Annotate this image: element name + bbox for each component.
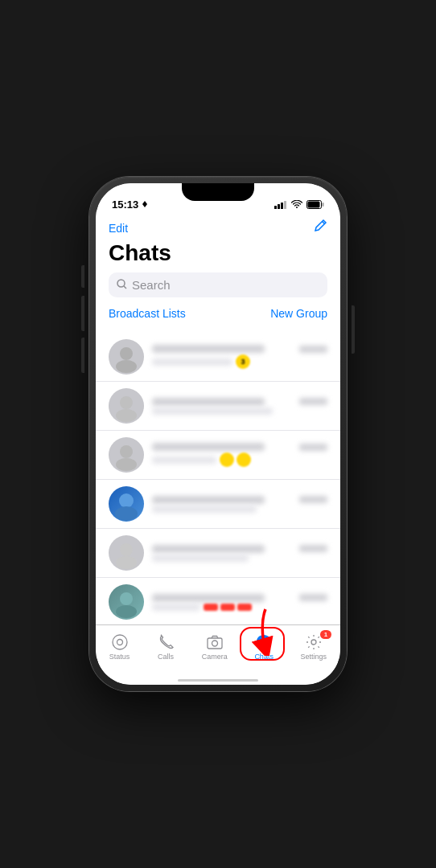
chat-item[interactable] xyxy=(96,382,340,431)
tab-camera-label: Camera xyxy=(202,653,228,661)
new-group-link[interactable]: New Group xyxy=(270,307,327,320)
svg-rect-6 xyxy=(308,201,320,207)
svg-point-25 xyxy=(117,640,122,645)
svg-point-7 xyxy=(117,280,125,287)
avatar xyxy=(109,437,144,473)
tab-settings-label: Settings xyxy=(301,653,327,661)
unread-badge xyxy=(237,452,251,467)
svg-rect-26 xyxy=(208,638,222,649)
svg-point-13 xyxy=(116,458,137,471)
status-time: 15:13 xyxy=(112,199,149,211)
tab-camera[interactable]: Camera xyxy=(194,630,236,664)
settings-badge: 1 xyxy=(320,630,331,639)
svg-point-28 xyxy=(311,640,316,645)
chat-item[interactable] xyxy=(96,431,340,480)
search-icon xyxy=(117,279,127,292)
avatar xyxy=(109,535,144,571)
phone-frame: 15:13 xyxy=(89,177,347,691)
svg-rect-1 xyxy=(278,204,280,209)
search-placeholder: Search xyxy=(132,278,171,292)
svg-point-27 xyxy=(212,641,217,646)
chat-content xyxy=(152,545,327,562)
chat-item[interactable]: 3 xyxy=(96,333,340,382)
page-title: Chats xyxy=(109,240,327,266)
chat-item[interactable] xyxy=(96,578,340,624)
search-bar[interactable]: Search xyxy=(109,272,327,297)
svg-point-24 xyxy=(113,635,127,649)
chat-content xyxy=(152,496,327,513)
compose-button[interactable] xyxy=(313,219,327,237)
avatar xyxy=(109,486,144,522)
svg-point-9 xyxy=(116,360,137,373)
svg-point-11 xyxy=(116,409,137,422)
svg-point-16 xyxy=(120,543,133,556)
chat-content xyxy=(152,594,327,611)
chat-list: 3 xyxy=(96,333,340,624)
tab-status[interactable]: Status xyxy=(101,630,138,664)
action-row: Broadcast Lists New Group xyxy=(109,304,327,326)
svg-point-14 xyxy=(119,493,134,508)
home-bar xyxy=(96,680,340,685)
svg-point-17 xyxy=(116,556,137,569)
svg-rect-0 xyxy=(274,206,277,209)
svg-rect-2 xyxy=(281,203,283,209)
chat-content: 3 xyxy=(152,345,327,369)
annotation-arrow xyxy=(245,608,286,656)
chat-item[interactable] xyxy=(96,529,340,578)
notch xyxy=(182,183,254,201)
header: Edit Chats xyxy=(96,219,340,333)
svg-point-8 xyxy=(120,347,133,360)
tab-calls[interactable]: Calls xyxy=(149,630,183,664)
svg-rect-3 xyxy=(284,201,286,209)
screen: 15:13 xyxy=(96,183,340,685)
status-icons xyxy=(274,200,324,209)
edit-button[interactable]: Edit xyxy=(109,222,128,235)
chat-content xyxy=(152,443,327,467)
svg-point-18 xyxy=(120,592,133,605)
tab-bar: Status Calls Camera xyxy=(96,624,340,680)
unread-badge xyxy=(220,452,234,467)
avatar xyxy=(109,388,144,424)
svg-point-19 xyxy=(116,605,137,618)
svg-point-15 xyxy=(115,506,138,521)
svg-point-10 xyxy=(120,396,133,409)
unread-badge: 3 xyxy=(236,354,250,369)
broadcast-lists-link[interactable]: Broadcast Lists xyxy=(109,307,186,320)
svg-point-12 xyxy=(120,445,133,458)
avatar xyxy=(109,339,144,375)
tab-calls-label: Calls xyxy=(158,653,174,661)
tab-settings[interactable]: Settings 1 xyxy=(293,630,335,664)
svg-rect-5 xyxy=(323,203,324,207)
avatar xyxy=(109,584,144,620)
chat-item[interactable] xyxy=(96,480,340,529)
tab-status-label: Status xyxy=(109,653,130,661)
chat-content xyxy=(152,398,327,415)
